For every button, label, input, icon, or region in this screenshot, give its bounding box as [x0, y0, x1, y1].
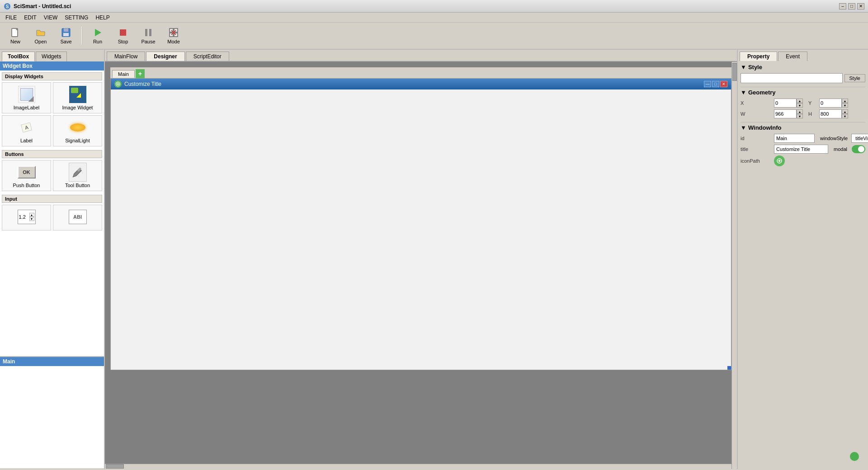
window-maximize-button[interactable]: □ [712, 81, 719, 87]
tab-property[interactable]: Property [740, 52, 777, 61]
open-icon [35, 27, 46, 38]
bottom-header: Main [0, 357, 104, 366]
geometry-y-spin: ▲ ▼ [819, 99, 848, 108]
toolbar-pause-button[interactable]: Pause [137, 24, 160, 47]
geometry-x-input[interactable] [774, 99, 797, 108]
widget-image-label[interactable]: ImageLabel [2, 82, 51, 113]
canvas-area: Main + Customize Title [105, 62, 737, 469]
designer-window-title: Customize Title [124, 81, 161, 87]
style-input[interactable] [741, 73, 843, 83]
geometry-w-input[interactable] [774, 109, 797, 118]
tab-widgets[interactable]: Widgets [36, 52, 67, 61]
geometry-h-label: H [808, 111, 817, 117]
style-button[interactable]: Style [844, 74, 865, 82]
svg-rect-10 [149, 29, 151, 36]
designer-add-tab-button[interactable]: + [136, 69, 145, 78]
widget-tool-button[interactable]: Tool Button [53, 160, 102, 191]
menu-bar: FILE EDIT VIEW SETTING HELP [0, 13, 868, 23]
menu-setting[interactable]: SETTING [61, 14, 92, 22]
widget-num-input[interactable]: 1.2 ▲ ▼ [2, 205, 51, 230]
geometry-w-down[interactable]: ▼ [797, 114, 803, 118]
left-tab-bar: ToolBox Widgets [0, 50, 104, 61]
tab-event[interactable]: Event [778, 52, 807, 61]
toolbar-new-button[interactable]: New [4, 24, 27, 47]
geometry-y-label: Y [808, 100, 817, 106]
geometry-x-down[interactable]: ▼ [797, 103, 803, 108]
minimize-button[interactable]: – [839, 3, 846, 9]
center-tab-bar: MainFlow Designer ScriptEditor [105, 50, 737, 62]
geometry-h-up[interactable]: ▲ [842, 109, 848, 114]
widget-image-widget[interactable]: Image Widget [53, 82, 102, 113]
windowinfo-windowstyle-select[interactable]: titleVisia [851, 134, 868, 143]
designer-outer: Main + Customize Title [110, 67, 731, 370]
toolbar-run-button[interactable]: Run [86, 24, 109, 47]
toolbar-stop-button[interactable]: Stop [111, 24, 135, 47]
geometry-y-input[interactable] [819, 99, 842, 108]
geometry-h-spin-buttons: ▲ ▼ [842, 109, 848, 118]
menu-view[interactable]: VIEW [40, 14, 61, 22]
geometry-y-down[interactable]: ▼ [842, 103, 848, 108]
style-section-header[interactable]: ▼ Style [741, 64, 865, 70]
canvas-scrollbar-horizontal[interactable] [105, 464, 731, 469]
menu-help[interactable]: HELP [92, 14, 113, 22]
geometry-y-up[interactable]: ▲ [842, 99, 848, 103]
geometry-x-up[interactable]: ▲ [797, 99, 803, 103]
right-panel: Property Event ▼ Style Style [737, 50, 868, 469]
geometry-h-input[interactable] [819, 109, 842, 118]
tab-scripteditor[interactable]: ScriptEditor [186, 52, 229, 61]
toolbar-new-label: New [10, 39, 20, 44]
tab-toolbox[interactable]: ToolBox [2, 52, 35, 61]
text-input-icon: ABI [69, 208, 87, 226]
widget-push-button[interactable]: OK Push Button [2, 160, 51, 191]
geometry-h-down[interactable]: ▼ [842, 114, 848, 118]
toolbar-open-button[interactable]: Open [29, 24, 52, 47]
designer-canvas[interactable] [111, 89, 731, 370]
geometry-x-spin-buttons: ▲ ▼ [797, 99, 803, 108]
geometry-section-header[interactable]: ▼ Geometry [741, 89, 865, 96]
menu-file[interactable]: FILE [2, 14, 20, 22]
resize-handle[interactable] [727, 366, 731, 370]
windowinfo-iconpath-button[interactable] [774, 155, 785, 166]
geometry-h-spin: ▲ ▼ [819, 109, 848, 118]
num-input-icon: 1.2 ▲ ▼ [18, 208, 36, 226]
widget-text-input[interactable]: ABI [53, 205, 102, 230]
green-status-dot[interactable] [850, 452, 859, 461]
canvas-scrollbar-vertical[interactable] [731, 62, 737, 469]
toolbar-save-button[interactable]: Save [54, 24, 78, 47]
divider-1 [741, 87, 865, 87]
designer-tab-main[interactable]: Main [112, 70, 135, 78]
geometry-w-up[interactable]: ▲ [797, 109, 803, 114]
windowinfo-title-input[interactable] [774, 145, 828, 154]
section-input[interactable]: Input [2, 195, 102, 203]
mode-icon [168, 27, 179, 38]
section-buttons[interactable]: Buttons [2, 150, 102, 158]
app-icon: S [4, 3, 11, 10]
maximize-button[interactable]: □ [848, 3, 855, 9]
signal-light-icon [69, 118, 87, 136]
window-minimize-button[interactable]: — [704, 81, 711, 87]
windowinfo-modal-toggle[interactable] [852, 145, 865, 153]
center-area: MainFlow Designer ScriptEditor Main + [105, 50, 737, 469]
geometry-wh-row: W ▲ ▼ H ▲ ▼ [741, 109, 865, 118]
bottom-section: Main [0, 356, 104, 469]
widget-label[interactable]: A Label [2, 115, 51, 146]
tab-mainflow[interactable]: MainFlow [107, 52, 145, 61]
menu-edit[interactable]: EDIT [20, 14, 40, 22]
windowinfo-modal-label: modal [834, 146, 847, 152]
tab-designer[interactable]: Designer [146, 52, 184, 61]
window-close-button[interactable]: ✕ [720, 81, 727, 87]
designer-window-titlebar: Customize Title — □ ✕ [111, 79, 731, 89]
windowinfo-id-row: id windowStyle titleVisia [741, 134, 865, 143]
geometry-w-label: W [741, 111, 772, 117]
windowinfo-section-header[interactable]: ▼ WindowInfo [741, 124, 865, 131]
bottom-content [0, 366, 104, 468]
designer-window-icon [114, 80, 122, 88]
widget-signal-light[interactable]: SignalLight [53, 115, 102, 146]
tool-button-icon [69, 163, 87, 181]
svg-rect-8 [120, 29, 126, 36]
section-display-widgets[interactable]: Display Widgets [2, 72, 102, 80]
toolbar-mode-button[interactable]: Mode [162, 24, 185, 47]
widget-list: Display Widgets ImageLabel [0, 70, 104, 356]
close-button[interactable]: ✕ [857, 3, 864, 9]
windowinfo-id-input[interactable] [774, 134, 815, 143]
